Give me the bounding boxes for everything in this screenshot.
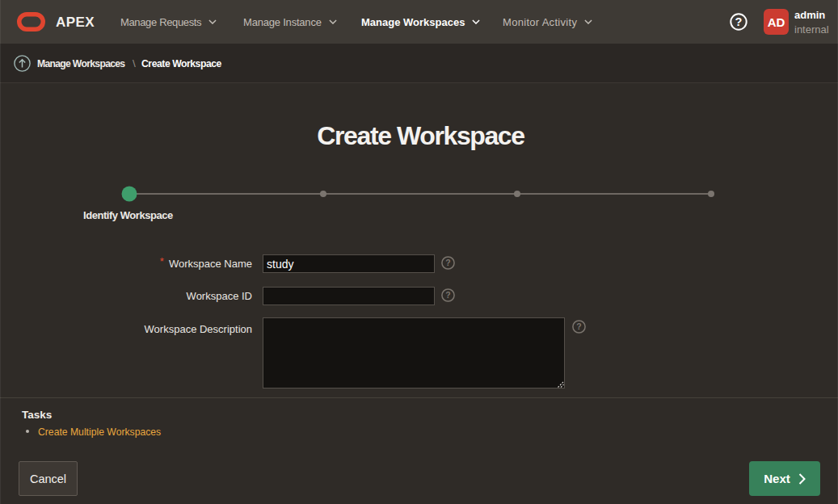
- svg-text:?: ?: [735, 15, 743, 28]
- svg-text:?: ?: [445, 290, 450, 300]
- svg-text:?: ?: [445, 258, 450, 267]
- svg-text:?: ?: [576, 321, 581, 331]
